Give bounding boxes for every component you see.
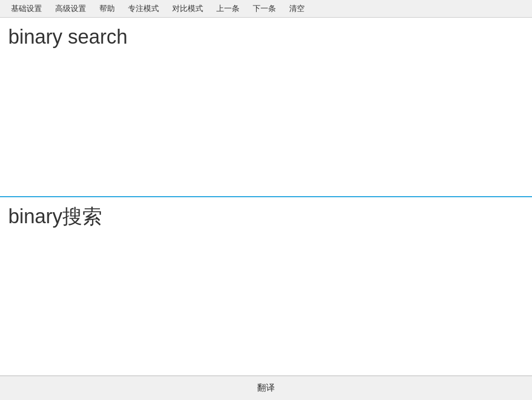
- output-area: binary搜索: [0, 197, 532, 376]
- input-textarea[interactable]: [8, 24, 524, 128]
- translate-button[interactable]: 翻译: [244, 380, 288, 396]
- menu-item-focus-mode[interactable]: 专注模式: [121, 2, 166, 16]
- menu-item-basic-settings[interactable]: 基础设置: [4, 2, 49, 16]
- main-content: binary搜索: [0, 18, 532, 376]
- menu-item-help[interactable]: 帮助: [93, 2, 121, 16]
- menu-item-next[interactable]: 下一条: [246, 2, 283, 16]
- menu-item-compare-mode[interactable]: 对比模式: [166, 2, 210, 16]
- output-text: binary搜索: [8, 204, 524, 230]
- bottom-bar: 翻译: [0, 376, 532, 400]
- menu-item-prev[interactable]: 上一条: [210, 2, 246, 16]
- menu-item-clear[interactable]: 清空: [283, 2, 311, 16]
- menu-item-advanced-settings[interactable]: 高级设置: [49, 2, 93, 16]
- menu-bar: 基础设置 高级设置 帮助 专注模式 对比模式 上一条 下一条 清空: [0, 0, 532, 18]
- input-area[interactable]: [0, 18, 532, 197]
